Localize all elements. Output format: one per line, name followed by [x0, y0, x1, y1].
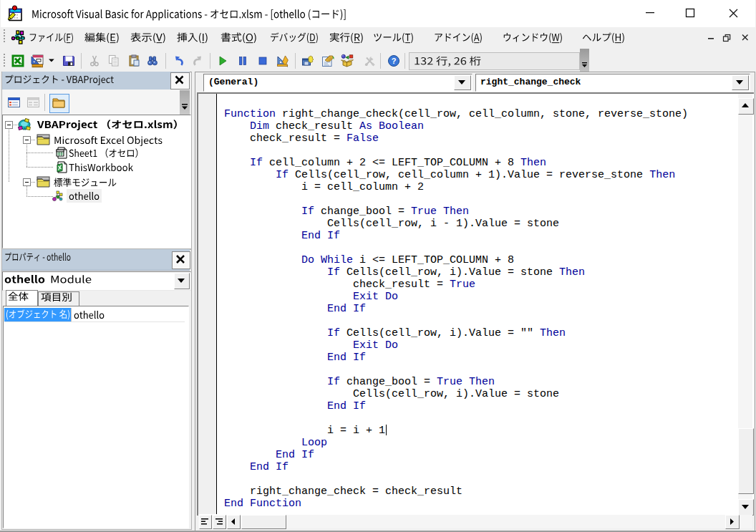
svg-text:?: ?: [392, 57, 397, 65]
